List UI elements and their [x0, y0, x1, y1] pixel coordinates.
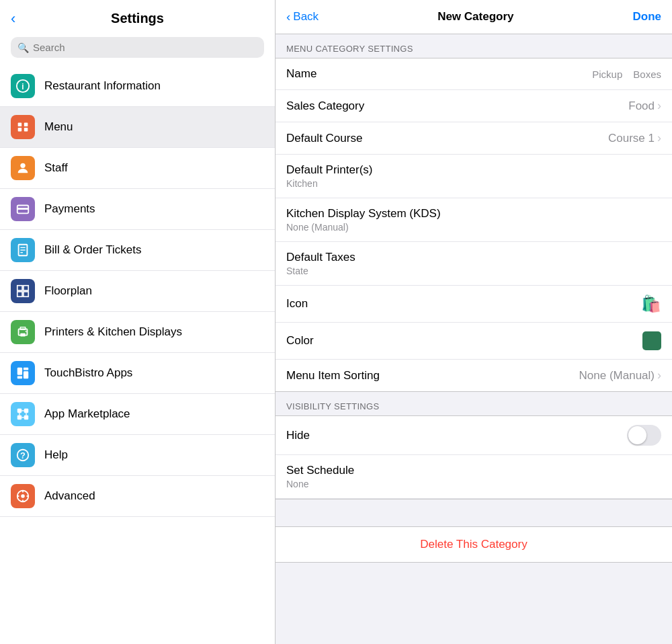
- bill-icon-box: [11, 238, 35, 262]
- sidebar-item-printers[interactable]: Printers & Kitchen Displays: [0, 312, 275, 353]
- sidebar-item-menu[interactable]: Menu: [0, 107, 275, 148]
- floorplan-icon-box: [11, 279, 35, 303]
- default-taxes-sublabel: State: [286, 266, 661, 276]
- sidebar-item-bill-order[interactable]: Bill & Order Tickets: [0, 230, 275, 271]
- sidebar-item-help[interactable]: ? Help: [0, 435, 275, 476]
- default-taxes-row[interactable]: Default Taxes State: [276, 242, 672, 286]
- staff-icon: [15, 161, 30, 175]
- svg-rect-26: [24, 409, 28, 413]
- svg-rect-14: [24, 286, 28, 290]
- left-header: ‹ Settings: [0, 0, 275, 33]
- svg-rect-2: [18, 123, 22, 127]
- svg-rect-5: [24, 128, 28, 132]
- back-chevron-icon: ‹: [286, 9, 290, 24]
- sidebar-item-label-app-marketplace: App Marketplace: [44, 407, 130, 421]
- apps-icon: [15, 366, 30, 380]
- advanced-icon: [15, 489, 30, 504]
- svg-rect-21: [17, 368, 22, 375]
- boxes-col-header: Boxes: [633, 69, 661, 80]
- sidebar-item-staff[interactable]: Staff: [0, 148, 275, 189]
- svg-rect-25: [17, 409, 22, 413]
- nav-list: i Restaurant Information Menu: [0, 66, 275, 644]
- default-course-value: Course 1: [608, 132, 655, 145]
- default-printer-sublabel: Kitchen: [286, 178, 661, 189]
- default-taxes-label: Default Taxes: [286, 251, 661, 264]
- svg-rect-3: [24, 123, 28, 127]
- color-swatch: [642, 331, 661, 350]
- svg-rect-27: [17, 415, 22, 419]
- svg-rect-13: [17, 286, 22, 290]
- staff-icon-box: [11, 156, 35, 180]
- left-panel: ‹ Settings 🔍 i Restaurant Information: [0, 0, 276, 644]
- sidebar-item-label-staff: Staff: [44, 161, 68, 175]
- svg-rect-22: [24, 371, 28, 378]
- menu-item-sorting-row[interactable]: Menu Item Sorting None (Manual) ›: [276, 360, 672, 391]
- icon-row[interactable]: Icon 🛍️: [276, 286, 672, 323]
- info-icon: i: [15, 79, 30, 93]
- sidebar-item-floorplan[interactable]: Floorplan: [0, 271, 275, 312]
- menu-item-sorting-chevron: ›: [657, 368, 661, 383]
- sidebar-item-advanced[interactable]: Advanced: [0, 476, 275, 517]
- pickup-col-header: Pickup: [592, 69, 622, 80]
- sidebar-item-label-bill-order: Bill & Order Tickets: [44, 243, 142, 257]
- sidebar-item-restaurant-info[interactable]: i Restaurant Information: [0, 66, 275, 107]
- menu-icon: [15, 120, 30, 134]
- svg-point-6: [20, 163, 25, 168]
- sidebar-item-touchbistro-apps[interactable]: TouchBistro Apps: [0, 353, 275, 394]
- search-bar[interactable]: 🔍: [11, 37, 264, 58]
- sidebar-item-label-floorplan: Floorplan: [44, 284, 92, 298]
- kds-row[interactable]: Kitchen Display System (KDS) None (Manua…: [276, 198, 672, 242]
- menu-item-sorting-value: None (Manual): [579, 369, 655, 383]
- name-label: Name: [286, 67, 317, 81]
- visibility-section-header: VISIBILITY SETTINGS: [276, 392, 672, 415]
- back-button[interactable]: ‹ Back: [286, 9, 319, 24]
- default-printer-row[interactable]: Default Printer(s) Kitchen: [276, 155, 672, 198]
- done-button[interactable]: Done: [633, 10, 662, 24]
- svg-rect-16: [24, 292, 28, 296]
- help-icon-box: ?: [11, 443, 35, 467]
- color-label: Color: [286, 334, 314, 348]
- marketplace-icon-box: [11, 402, 35, 426]
- default-course-right: Course 1 ›: [608, 131, 661, 145]
- payments-icon: [15, 202, 30, 216]
- kds-sublabel: None (Manual): [286, 222, 661, 233]
- sales-category-row[interactable]: Sales Category Food ›: [276, 90, 672, 122]
- default-course-chevron: ›: [657, 131, 661, 145]
- left-panel-title: Settings: [111, 11, 164, 26]
- menu-category-section-header: MENU CATEGORY SETTINGS: [276, 34, 672, 58]
- menu-item-sorting-label: Menu Item Sorting: [286, 369, 380, 383]
- svg-point-20: [26, 331, 27, 332]
- hide-label: Hide: [286, 429, 310, 442]
- set-schedule-row[interactable]: Set Schedule None: [276, 455, 672, 499]
- right-panel: ‹ Back New Category Done MENU CATEGORY S…: [276, 0, 672, 644]
- svg-rect-24: [17, 376, 22, 379]
- svg-rect-8: [17, 208, 29, 210]
- gap-section: [276, 499, 672, 513]
- help-icon: ?: [15, 448, 30, 462]
- menu-category-settings-group: Name Pickup Boxes Sales Category Food › …: [276, 58, 672, 392]
- svg-point-36: [21, 494, 25, 498]
- sidebar-item-payments[interactable]: Payments: [0, 189, 275, 230]
- sidebar-item-label-restaurant-info: Restaurant Information: [44, 79, 161, 93]
- sales-category-right: Food ›: [628, 99, 661, 113]
- payments-icon-box: [11, 197, 35, 221]
- svg-rect-28: [24, 415, 28, 419]
- svg-rect-15: [17, 292, 22, 296]
- bill-icon: [15, 243, 30, 257]
- toggle-knob: [628, 426, 646, 444]
- visibility-settings-group: Hide Set Schedule None: [276, 415, 672, 499]
- hide-row[interactable]: Hide: [276, 416, 672, 455]
- sidebar-item-app-marketplace[interactable]: App Marketplace: [0, 394, 275, 435]
- left-back-chevron[interactable]: ‹: [11, 10, 15, 28]
- svg-rect-4: [18, 128, 22, 132]
- default-printer-label: Default Printer(s): [286, 163, 661, 177]
- search-input[interactable]: [33, 42, 257, 53]
- svg-text:?: ?: [20, 450, 26, 460]
- default-course-row[interactable]: Default Course Course 1 ›: [276, 122, 672, 155]
- icon-value: 🛍️: [641, 294, 661, 313]
- delete-button[interactable]: Delete This Category: [420, 538, 527, 551]
- hide-toggle[interactable]: [627, 425, 661, 446]
- delete-section[interactable]: Delete This Category: [276, 526, 672, 563]
- color-row[interactable]: Color: [276, 323, 672, 360]
- apps-icon-box: [11, 361, 35, 385]
